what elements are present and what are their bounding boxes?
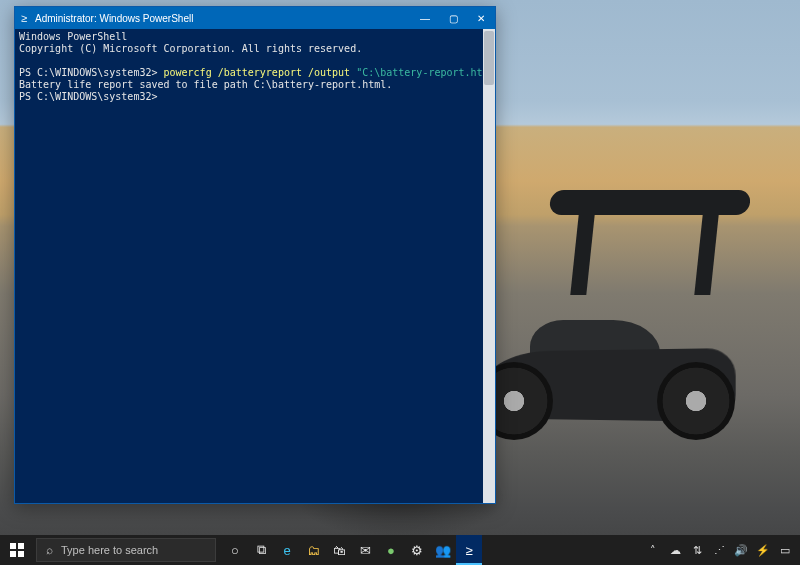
- start-button[interactable]: [0, 535, 34, 565]
- wifi-icon[interactable]: ⋰: [708, 535, 730, 565]
- terminal-line: [19, 103, 491, 115]
- teams-icon[interactable]: 👥: [430, 535, 456, 565]
- svg-rect-2: [10, 551, 16, 557]
- powershell-taskbar-icon[interactable]: ≥: [456, 535, 482, 565]
- system-tray: ˄ ☁ ⇅ ⋰ 🔊 ⚡ ▭: [642, 535, 800, 565]
- sound-icon[interactable]: 🔊: [730, 535, 752, 565]
- app-icon[interactable]: ●: [378, 535, 404, 565]
- prompt-text: PS C:\WINDOWS\system32>: [19, 67, 164, 78]
- minimize-button[interactable]: —: [411, 7, 439, 29]
- terminal-line: [19, 55, 491, 67]
- search-icon: ⌕: [37, 543, 61, 557]
- network-icon[interactable]: ⇅: [686, 535, 708, 565]
- taskbar-apps: ○ ⧉ e 🗂 🛍 ✉ ● ⚙ 👥 ≥: [222, 535, 482, 565]
- powershell-icon: ≥: [15, 12, 33, 24]
- powershell-window: ≥ Administrator: Windows PowerShell — ▢ …: [14, 6, 496, 504]
- mail-icon[interactable]: ✉: [352, 535, 378, 565]
- windows-icon: [10, 543, 24, 557]
- string-text: "C:\battery-report.html": [356, 67, 495, 78]
- taskview-icon[interactable]: ⧉: [248, 535, 274, 565]
- settings-icon[interactable]: ⚙: [404, 535, 430, 565]
- power-icon[interactable]: ⚡: [752, 535, 774, 565]
- notifications-icon[interactable]: ▭: [774, 535, 796, 565]
- command-text: powercfg /batteryreport /output: [164, 67, 357, 78]
- cortana-icon[interactable]: ○: [222, 535, 248, 565]
- explorer-icon[interactable]: 🗂: [300, 535, 326, 565]
- close-button[interactable]: ✕: [467, 7, 495, 29]
- terminal-line: Windows PowerShell: [19, 31, 491, 43]
- scrollbar[interactable]: [483, 29, 495, 503]
- window-title: Administrator: Windows PowerShell: [33, 13, 411, 24]
- edge-icon[interactable]: e: [274, 535, 300, 565]
- maximize-button[interactable]: ▢: [439, 7, 467, 29]
- terminal-line: PS C:\WINDOWS\system32>: [19, 91, 491, 103]
- terminal-line: Battery life report saved to file path C…: [19, 79, 491, 91]
- svg-rect-1: [18, 543, 24, 549]
- titlebar[interactable]: ≥ Administrator: Windows PowerShell — ▢ …: [15, 7, 495, 29]
- search-box[interactable]: ⌕ Type here to search: [36, 538, 216, 562]
- terminal-line: Copyright (C) Microsoft Corporation. All…: [19, 43, 491, 55]
- search-placeholder: Type here to search: [61, 544, 158, 556]
- tray-overflow-icon[interactable]: ˄: [642, 535, 664, 565]
- store-icon[interactable]: 🛍: [326, 535, 352, 565]
- scrollbar-thumb[interactable]: [484, 31, 494, 85]
- desktop: ≥ Administrator: Windows PowerShell — ▢ …: [0, 0, 800, 565]
- terminal-line: PS C:\WINDOWS\system32> powercfg /batter…: [19, 67, 491, 79]
- wallpaper-car: [460, 160, 760, 440]
- onedrive-icon[interactable]: ☁: [664, 535, 686, 565]
- taskbar: ⌕ Type here to search ○ ⧉ e 🗂 🛍 ✉ ● ⚙ 👥 …: [0, 535, 800, 565]
- svg-rect-3: [18, 551, 24, 557]
- svg-rect-0: [10, 543, 16, 549]
- terminal-body[interactable]: Windows PowerShell Copyright (C) Microso…: [15, 29, 495, 503]
